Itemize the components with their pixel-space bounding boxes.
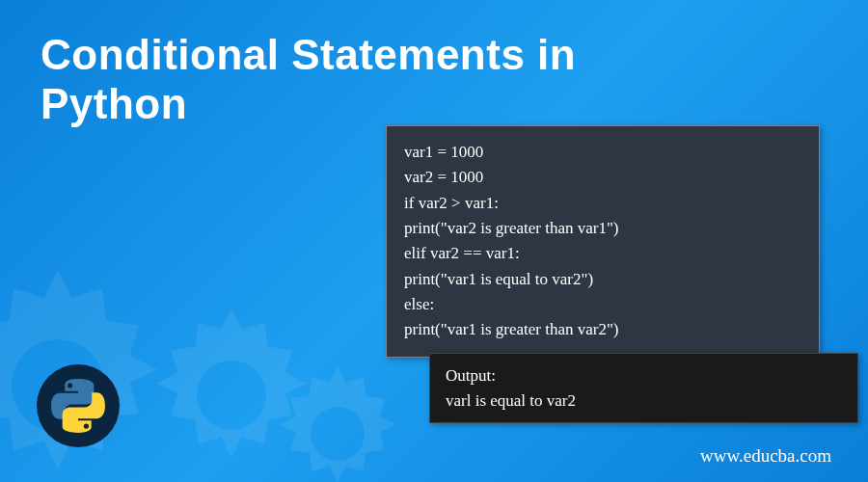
code-line: var2 = 1000 xyxy=(404,165,801,190)
code-line: print("var1 is greater than var2") xyxy=(404,317,801,342)
gear-bg-icon xyxy=(145,308,318,482)
python-logo-icon xyxy=(50,378,106,434)
page-title: Conditional Statements in Python xyxy=(41,31,576,128)
code-line: if var2 > var1: xyxy=(404,191,801,216)
output-block: Output: varl is equal to var2 xyxy=(429,353,858,423)
code-line: print("var1 is equal to var2") xyxy=(404,267,801,292)
code-line: else: xyxy=(404,292,801,317)
code-line: var1 = 1000 xyxy=(404,140,801,165)
output-line: Output: xyxy=(446,363,842,388)
website-url: www.educba.com xyxy=(700,445,831,467)
output-line: varl is equal to var2 xyxy=(446,388,842,414)
title-line-2: Python xyxy=(41,80,576,129)
code-line: elif var2 == var1: xyxy=(404,241,801,266)
title-line-1: Conditional Statements in xyxy=(41,31,576,80)
code-line: print("var2 is greater than var1") xyxy=(404,216,801,241)
gear-bg-icon xyxy=(270,366,405,482)
code-block: var1 = 1000 var2 = 1000 if var2 > var1: … xyxy=(386,125,820,358)
python-logo-badge xyxy=(37,364,120,447)
